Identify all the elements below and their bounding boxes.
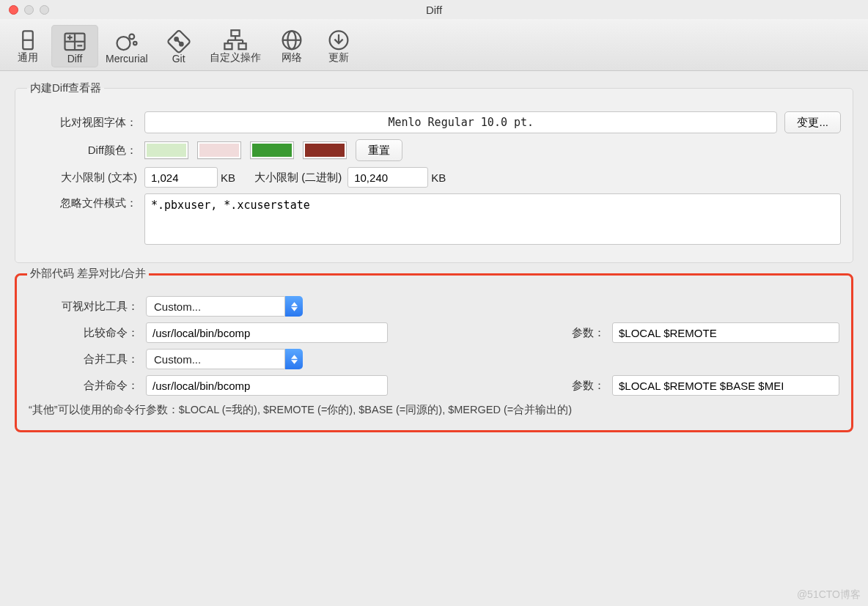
preferences-toolbar: 通用 Diff Mercurial Git 自定义操作: [0, 19, 868, 71]
content-area: 内建Diff查看器 比对视图字体： Menlo Regular 10.0 pt.…: [0, 71, 868, 440]
external-diff-group: 外部代码 差异对比/合并 可视对比工具： Custom... 比较命令： 参数：: [15, 273, 853, 432]
titlebar: Diff: [0, 0, 868, 19]
general-icon: [15, 29, 41, 51]
change-font-button[interactable]: 变更...: [784, 111, 841, 133]
colors-label: Diff颜色：: [27, 144, 144, 158]
tab-label: 网络: [282, 51, 302, 64]
merge-cmd-label: 合并命令：: [29, 379, 146, 393]
tab-general[interactable]: 通用: [4, 25, 51, 67]
color-swatch-added[interactable]: [144, 141, 188, 159]
svg-rect-15: [231, 31, 239, 37]
svg-marker-27: [291, 302, 298, 306]
merge-tool-value: Custom...: [146, 349, 285, 369]
close-icon[interactable]: [9, 5, 18, 15]
size-bin-label: 大小限制 (二进制): [254, 171, 342, 185]
unit-kb: KB: [221, 171, 235, 184]
svg-rect-17: [238, 44, 246, 50]
internal-diff-group: 内建Diff查看器 比对视图字体： Menlo Regular 10.0 pt.…: [15, 81, 853, 263]
tab-label: Diff: [67, 53, 83, 64]
zoom-icon[interactable]: [40, 5, 49, 15]
color-swatch-conflict[interactable]: [303, 141, 347, 159]
diff-tool-select[interactable]: Custom...: [146, 296, 303, 317]
tab-label: 通用: [18, 51, 38, 64]
size-text-label: 大小限制 (文本): [27, 171, 144, 185]
tab-label: Git: [172, 53, 185, 64]
tab-network[interactable]: 网络: [268, 25, 315, 67]
reset-colors-button[interactable]: 重置: [356, 139, 402, 161]
network-icon: [279, 29, 305, 51]
chevron-updown-icon: [285, 296, 303, 317]
merge-tool-select[interactable]: Custom...: [146, 349, 303, 369]
minimize-icon[interactable]: [24, 5, 34, 15]
window-title: Diff: [7, 4, 861, 16]
merge-tool-label: 合并工具：: [29, 352, 146, 366]
ignore-patterns-input[interactable]: [144, 193, 841, 245]
svg-marker-29: [291, 355, 298, 358]
size-bin-input[interactable]: [347, 167, 428, 188]
tab-git[interactable]: Git: [155, 25, 202, 67]
tab-custom-actions[interactable]: 自定义操作: [202, 25, 268, 67]
diff-args-label: 参数：: [553, 326, 612, 340]
svg-point-9: [129, 34, 134, 40]
chevron-updown-icon: [285, 349, 303, 369]
merge-args-input[interactable]: [612, 375, 839, 396]
color-swatch-modified[interactable]: [250, 141, 294, 159]
watermark: @51CTO博客: [797, 588, 861, 602]
svg-rect-16: [224, 44, 232, 50]
external-diff-legend: 外部代码 差异对比/合并: [27, 267, 149, 281]
tab-label: 更新: [328, 51, 349, 64]
diff-tool-label: 可视对比工具：: [29, 300, 146, 314]
args-hint: “其他”可以使用的命令行参数：$LOCAL (=我的), $REMOTE (=你…: [29, 403, 839, 417]
merge-args-label: 参数：: [553, 379, 612, 393]
tab-mercurial[interactable]: Mercurial: [98, 25, 155, 67]
diff-tool-value: Custom...: [146, 296, 285, 317]
mercurial-icon: [114, 31, 140, 53]
font-display: Menlo Regular 10.0 pt.: [144, 111, 777, 133]
tab-update[interactable]: 更新: [315, 25, 362, 67]
internal-diff-legend: 内建Diff查看器: [27, 81, 104, 95]
diff-icon: [62, 31, 88, 53]
svg-point-8: [117, 37, 130, 50]
diff-args-input[interactable]: [612, 322, 839, 343]
svg-marker-28: [291, 307, 298, 311]
traffic-lights: [9, 5, 49, 15]
unit-kb-2: KB: [431, 171, 446, 184]
update-icon: [326, 29, 352, 51]
diff-preferences-window: Diff 通用 Diff Mercurial Git: [0, 0, 868, 606]
size-text-input[interactable]: [144, 167, 218, 188]
diff-cmd-label: 比较命令：: [29, 326, 146, 340]
svg-marker-30: [291, 360, 298, 363]
git-icon: [166, 31, 192, 53]
font-label: 比对视图字体：: [27, 116, 144, 130]
tab-label: Mercurial: [106, 53, 148, 64]
tab-diff[interactable]: Diff: [51, 25, 98, 67]
tab-label: 自定义操作: [210, 51, 261, 64]
ignore-label: 忽略文件模式：: [27, 193, 144, 210]
svg-line-14: [176, 40, 181, 45]
custom-actions-icon: [222, 29, 249, 51]
merge-cmd-input[interactable]: [146, 375, 388, 396]
svg-point-10: [133, 42, 137, 45]
diff-cmd-input[interactable]: [146, 322, 388, 343]
color-swatch-removed[interactable]: [197, 141, 241, 159]
